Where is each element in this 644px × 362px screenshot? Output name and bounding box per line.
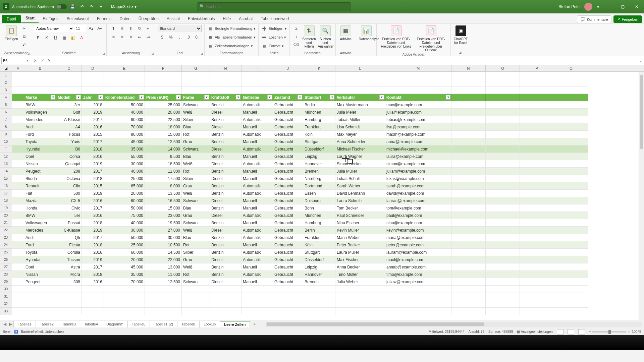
cell[interactable] bbox=[554, 300, 588, 308]
cell[interactable] bbox=[486, 241, 520, 249]
row-header[interactable]: 20 bbox=[0, 212, 12, 219]
cell[interactable]: Jahr▾ bbox=[82, 94, 104, 101]
cell[interactable] bbox=[554, 131, 588, 138]
cell[interactable]: Gebraucht bbox=[273, 175, 303, 182]
cell[interactable] bbox=[520, 116, 554, 123]
cell[interactable] bbox=[335, 293, 385, 300]
cell[interactable]: Bonn bbox=[303, 204, 335, 212]
cell[interactable] bbox=[335, 79, 385, 86]
cell[interactable]: Grau bbox=[182, 138, 210, 145]
cell[interactable]: Gebraucht bbox=[273, 160, 303, 168]
cell[interactable]: Manuell bbox=[241, 138, 273, 145]
delete-cells-button[interactable]: ➖Löschen ▾ bbox=[261, 34, 286, 41]
search-input[interactable] bbox=[197, 2, 351, 11]
row-header[interactable]: 26 bbox=[0, 256, 12, 263]
cell[interactable]: Grau bbox=[182, 212, 210, 219]
cell[interactable]: Benzin bbox=[210, 138, 241, 145]
cell[interactable]: Sarah Weber bbox=[335, 182, 385, 190]
cell[interactable]: Automatik bbox=[241, 234, 273, 241]
cell[interactable] bbox=[12, 263, 24, 271]
row-header[interactable]: 4 bbox=[0, 94, 12, 101]
filter-icon[interactable]: ▾ bbox=[267, 95, 272, 100]
cell[interactable]: München bbox=[303, 212, 335, 219]
cell[interactable]: 12.500 bbox=[145, 138, 182, 145]
cell[interactable] bbox=[451, 278, 486, 286]
cell[interactable] bbox=[554, 271, 588, 278]
cell[interactable]: Automatik bbox=[241, 116, 273, 123]
align-bottom-icon[interactable]: ⬇ bbox=[127, 25, 135, 32]
cell[interactable] bbox=[486, 249, 520, 256]
cell[interactable]: lauras@example.com bbox=[385, 197, 451, 204]
cell[interactable]: Dortmund bbox=[303, 182, 335, 190]
col-header[interactable]: A bbox=[12, 65, 24, 71]
cell[interactable]: Manuell bbox=[241, 219, 273, 227]
cell[interactable]: 2019 bbox=[82, 190, 104, 197]
align-top-icon[interactable]: ⬆ bbox=[109, 25, 117, 32]
col-header[interactable]: P bbox=[520, 65, 554, 71]
cell[interactable]: Diesel bbox=[210, 175, 241, 182]
cell[interactable]: CX-5 bbox=[56, 197, 82, 204]
cell[interactable]: Blau bbox=[182, 234, 210, 241]
cell[interactable]: Weiß bbox=[182, 190, 210, 197]
row-header[interactable]: 1 bbox=[0, 72, 12, 79]
cell[interactable] bbox=[12, 131, 24, 138]
cell[interactable] bbox=[335, 286, 385, 293]
cell[interactable] bbox=[451, 249, 486, 256]
cell[interactable]: Ford bbox=[24, 131, 56, 138]
cell[interactable] bbox=[451, 263, 486, 271]
cell[interactable] bbox=[520, 79, 554, 86]
dialog-launcher-icon[interactable]: ◢ bbox=[27, 52, 30, 55]
cell[interactable] bbox=[451, 204, 486, 212]
sheet-tab[interactable]: Tabelle1 (2) bbox=[150, 321, 177, 327]
cell[interactable] bbox=[12, 116, 24, 123]
copy-icon[interactable]: ⧉ bbox=[20, 33, 28, 40]
cell[interactable]: 23.000 bbox=[145, 212, 182, 219]
cell[interactable]: Rot bbox=[182, 131, 210, 138]
conditional-formatting-button[interactable]: ▦Bedingte Formatierung ▾ bbox=[207, 25, 256, 32]
cell[interactable]: Opel bbox=[24, 153, 56, 160]
cell[interactable]: Benzin bbox=[210, 204, 241, 212]
cell[interactable] bbox=[145, 293, 182, 300]
cell[interactable]: 2018 bbox=[82, 145, 104, 153]
cell[interactable] bbox=[56, 308, 82, 315]
sheet-tab[interactable]: Tabelle3 bbox=[58, 321, 80, 327]
cell[interactable]: maxf@example.com bbox=[385, 256, 451, 263]
cell[interactable]: Diesel bbox=[210, 227, 241, 234]
indent-dec-icon[interactable]: ⇤ bbox=[136, 34, 144, 41]
cell[interactable]: Benzin bbox=[210, 263, 241, 271]
cell[interactable]: Schwarz bbox=[182, 219, 210, 227]
cell[interactable]: 30.000 bbox=[145, 234, 182, 241]
cell[interactable]: Preis (EUR)▾ bbox=[145, 94, 182, 101]
cell[interactable] bbox=[385, 308, 451, 315]
zoom-out-icon[interactable]: − bbox=[589, 330, 591, 334]
cell[interactable]: Benzin bbox=[210, 219, 241, 227]
cell[interactable]: 2018 bbox=[82, 241, 104, 249]
search-box[interactable]: 🔍 bbox=[197, 2, 351, 11]
cell[interactable] bbox=[554, 94, 588, 101]
accessibility-icon[interactable]: ♿ bbox=[14, 330, 18, 334]
cell[interactable]: Frankfurt bbox=[303, 123, 335, 131]
col-header[interactable]: O bbox=[486, 65, 520, 71]
cell[interactable] bbox=[82, 72, 104, 79]
cell[interactable]: 3er bbox=[56, 101, 82, 109]
cell[interactable]: Leipzig bbox=[303, 263, 335, 271]
zoom-in-icon[interactable]: ＋ bbox=[627, 329, 631, 334]
cell[interactable] bbox=[520, 160, 554, 168]
cell[interactable] bbox=[554, 293, 588, 300]
cell[interactable]: Astra bbox=[56, 263, 82, 271]
cell[interactable]: Corsa bbox=[56, 153, 82, 160]
cell[interactable]: Laura Wagner bbox=[335, 153, 385, 160]
cell[interactable] bbox=[182, 72, 210, 79]
name-box[interactable]: B6▾ bbox=[1, 57, 30, 64]
cell[interactable] bbox=[554, 241, 588, 249]
tab-formeln[interactable]: Formeln bbox=[93, 14, 116, 23]
row-header[interactable]: 21 bbox=[0, 219, 12, 227]
cell[interactable]: Gebraucht bbox=[273, 256, 303, 263]
cell[interactable] bbox=[520, 138, 554, 145]
cell[interactable] bbox=[12, 197, 24, 204]
cell[interactable]: Verkäufer▾ bbox=[335, 94, 385, 101]
cancel-icon[interactable]: ✕ bbox=[32, 58, 39, 63]
cell[interactable]: 11.000 bbox=[145, 271, 182, 278]
cell[interactable]: Grau bbox=[182, 182, 210, 190]
cell[interactable] bbox=[520, 219, 554, 227]
